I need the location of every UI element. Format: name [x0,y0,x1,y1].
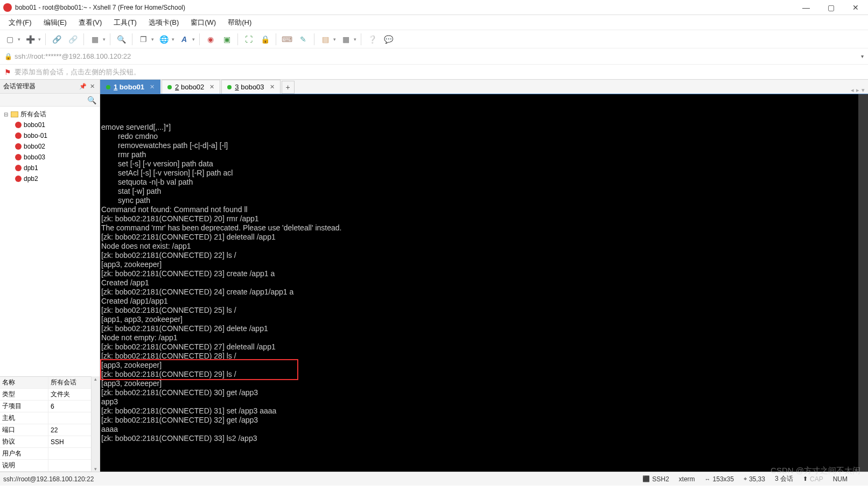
tree-root-label: 所有会话 [20,110,46,119]
tab-bobo01[interactable]: 1 bobo01 ✕ [100,80,160,94]
pin-icon[interactable]: 📌 [78,83,88,90]
session-manager-panel: 会话管理器 📌 ✕ 🔍 ⊟ 所有会话 bobo01 bobo-01 bobo02… [0,80,100,472]
status-ssh: SSH2 [652,475,669,483]
panel-header: 会话管理器 📌 ✕ [0,80,100,94]
chat-icon[interactable]: 💬 [382,33,395,46]
tab-strip: 1 bobo01 ✕ 2 bobo02 ✕ 3 bobo03 ✕ + ◂ ▸ ▾ [100,80,868,94]
tree-session[interactable]: bobo01 [0,120,100,130]
prop-key: 端口 [0,424,48,436]
prop-key: 说明 [0,460,48,471]
prop-key: 主机 [0,412,48,424]
session-icon [15,154,22,160]
fullscreen-icon[interactable]: ⛶ [242,33,255,46]
highlight-icon[interactable]: ✎ [297,33,310,46]
globe-icon[interactable]: 🌐 [157,33,170,46]
close-button[interactable]: ✕ [843,0,868,15]
tab-close-icon[interactable]: ✕ [209,83,214,90]
address-text: ssh://root:******@192.168.100.120:22 [15,52,861,60]
lock-icon[interactable]: 🔒 [258,33,271,46]
search-icon: 🔍 [87,96,96,104]
add-tab-button[interactable]: + [282,81,295,94]
session-label: bobo02 [24,143,45,150]
session-tree[interactable]: ⊟ 所有会话 bobo01 bobo-01 bobo02 bobo03 dpb1… [0,107,100,376]
panel-title: 会话管理器 [3,82,78,91]
tab-bobo03[interactable]: 3 bobo03 ✕ [221,80,280,94]
disconnect-icon[interactable]: 🔗 [66,33,79,46]
terminal-output[interactable]: emove serverId[,...]*] redo cmdno remove… [100,94,858,472]
hint-text: 要添加当前会话，点击左侧的箭头按钮。 [15,67,141,77]
layout1-icon[interactable]: ▤ [319,33,332,46]
menu-help[interactable]: 帮助(H) [222,17,257,29]
menu-tab[interactable]: 选项卡(B) [143,17,184,29]
status-path: ssh://root@192.168.100.120:22 [3,475,633,483]
tree-session[interactable]: bobo-01 [0,130,100,141]
prop-key: 类型 [0,389,48,400]
minimize-button[interactable]: — [794,0,818,15]
menu-edit[interactable]: 编辑(E) [38,17,72,29]
close-panel-icon[interactable]: ✕ [88,83,96,90]
font-icon[interactable]: A [178,33,191,46]
layout2-icon[interactable]: ▦ [339,33,352,46]
flag-icon[interactable]: ⚑ [4,68,11,76]
app-icon [3,3,12,12]
maximize-button[interactable]: ▢ [818,0,843,15]
dropdown-icon[interactable]: ▾ [861,53,864,59]
tree-session[interactable]: bobo03 [0,152,100,163]
prop-val [48,412,91,424]
session-label: dpb1 [24,164,38,172]
prop-val: 所有会话 [48,377,91,388]
tab-list-icon[interactable]: ▾ [862,87,865,94]
cursor-icon: ⌖ [744,475,747,482]
prop-key: 子项目 [0,401,48,412]
record-icon[interactable]: ◉ [204,33,217,46]
find-icon[interactable]: 🔍 [115,33,128,46]
session-label: bobo03 [24,153,45,161]
menu-file[interactable]: 文件(F) [3,17,37,29]
status-num: NUM [833,475,848,483]
open-session-icon[interactable]: ➕ [24,33,37,46]
copy-icon[interactable]: ❐ [137,33,150,46]
tree-session[interactable]: dpb2 [0,173,100,184]
property-grid: 名称所有会话 类型文件夹 子项目6 主机 端口22 协议SSH 用户名 说明 [0,376,91,472]
menu-bar: 文件(F) 编辑(E) 查看(V) 工具(T) 选项卡(B) 窗口(W) 帮助(… [0,15,868,30]
session-icon [15,176,22,182]
separator [110,33,110,45]
tab-close-icon[interactable]: ✕ [270,83,275,90]
terminal-scrollbar[interactable] [858,94,868,472]
play-icon[interactable]: ▣ [220,33,233,46]
session-label: bobo-01 [24,132,47,139]
keyboard-icon[interactable]: ⌨ [281,33,293,46]
prop-scrollbar[interactable]: ▴▾ [91,376,100,472]
session-label: dpb2 [24,175,38,183]
tab-bobo02[interactable]: 2 bobo02 ✕ [162,80,220,94]
status-size: 153x35 [713,475,734,483]
prop-key: 协议 [0,436,48,447]
panel-search[interactable]: 🔍 [0,94,100,107]
session-icon [15,122,22,128]
help-icon[interactable]: ❔ [366,33,379,46]
tree-root[interactable]: ⊟ 所有会话 [0,109,100,120]
status-term: xterm [679,475,695,483]
tree-session[interactable]: bobo02 [0,141,100,152]
tree-session[interactable]: dpb1 [0,163,100,173]
status-dot-icon [167,85,172,89]
menu-view[interactable]: 查看(V) [73,17,107,29]
tab-prev-icon[interactable]: ◂ [851,87,854,94]
new-session-icon[interactable]: ▢ [3,33,16,46]
menu-tools[interactable]: 工具(T) [108,17,142,29]
properties-icon[interactable]: ▦ [88,33,101,46]
reconnect-icon[interactable]: 🔗 [50,33,63,46]
separator [237,33,238,45]
window-title: bobo01 - root@bobo01:~ - Xshell 7 (Free … [15,4,794,11]
status-cursor: 35,33 [749,475,765,483]
tab-next-icon[interactable]: ▸ [856,87,859,94]
separator [276,33,276,45]
session-icon [15,132,22,139]
address-bar[interactable]: 🔒 ssh://root:******@192.168.100.120:22 ▾ [0,48,868,65]
separator [132,33,132,45]
expand-icon[interactable]: ⊟ [3,111,9,117]
status-dot-icon [227,85,232,89]
menu-window[interactable]: 窗口(W) [185,17,221,29]
resize-grip-icon[interactable] [857,475,865,483]
tab-close-icon[interactable]: ✕ [150,83,155,90]
